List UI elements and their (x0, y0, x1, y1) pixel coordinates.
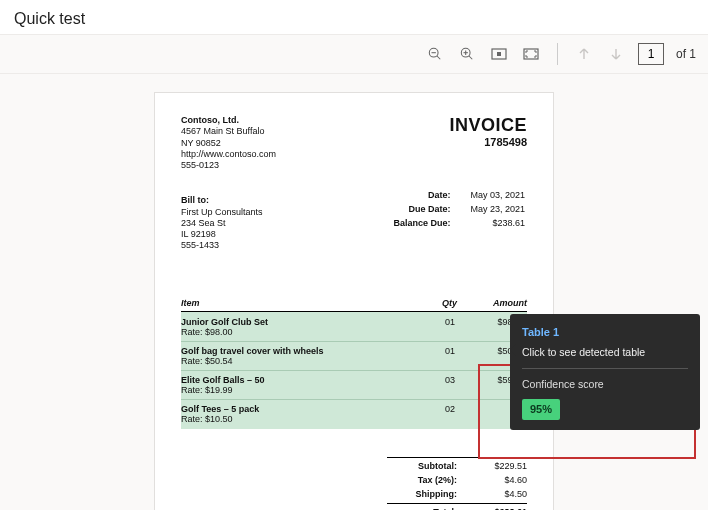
sender-phone: 555-0123 (181, 160, 527, 171)
subtotal-value: $229.51 (457, 457, 527, 471)
tax-label: Tax (2%): (387, 475, 457, 485)
svg-line-4 (469, 56, 473, 60)
table-tooltip[interactable]: Table 1 Click to see detected table Conf… (510, 314, 700, 430)
col-item: Item (181, 298, 417, 308)
tax-value: $4.60 (457, 475, 527, 485)
fit-page-icon[interactable] (521, 44, 541, 64)
items-body[interactable]: Junior Golf Club SetRate: $98.00 01 $98.… (181, 312, 527, 429)
item-qty: 03 (415, 375, 455, 395)
invoice-title: INVOICE (449, 115, 527, 136)
item-rate: Rate: $19.99 (181, 385, 415, 395)
meta-block: Date:May 03, 2021 Due Date:May 23, 2021 … (373, 187, 527, 231)
page-title: Quick test (0, 0, 708, 34)
svg-line-1 (437, 56, 441, 60)
tooltip-confidence-label: Confidence score (522, 377, 688, 393)
item-qty: 01 (415, 346, 455, 366)
meta-balance-label: Balance Due: (375, 217, 450, 229)
item-name: Golf bag travel cover with wheels (181, 346, 415, 356)
shipping-value: $4.50 (457, 489, 527, 499)
invoice-page: Contoso, Ltd. 4567 Main St Buffalo NY 90… (154, 92, 554, 510)
toolbar: 1 of 1 (0, 34, 708, 74)
fit-width-icon[interactable] (489, 44, 509, 64)
prev-page-icon[interactable] (574, 44, 594, 64)
table-row: Elite Golf Balls – 50Rate: $19.99 03 $59… (181, 371, 527, 400)
totals-block: Subtotal:$229.51 Tax (2%):$4.60 Shipping… (181, 455, 527, 511)
items-table[interactable]: Item Qty Amount Junior Golf Club SetRate… (181, 298, 527, 429)
col-amount: Amount (457, 298, 527, 308)
item-rate: Rate: $50.54 (181, 356, 415, 366)
svg-rect-8 (497, 52, 501, 56)
shipping-label: Shipping: (387, 489, 457, 499)
table-row: Junior Golf Club SetRate: $98.00 01 $98.… (181, 313, 527, 342)
item-rate: Rate: $10.50 (181, 414, 415, 424)
col-qty: Qty (417, 298, 457, 308)
page-of-label: of 1 (676, 47, 696, 61)
item-qty: 01 (415, 317, 455, 337)
invoice-number: 1785498 (449, 136, 527, 148)
sender-url: http://www.contoso.com (181, 149, 527, 160)
total-label: Total: (387, 503, 457, 511)
item-name: Golf Tees – 5 pack (181, 404, 415, 414)
zoom-in-icon[interactable] (457, 44, 477, 64)
tooltip-table-name[interactable]: Table 1 (522, 324, 688, 341)
meta-due-label: Due Date: (375, 203, 450, 215)
zoom-out-icon[interactable] (425, 44, 445, 64)
meta-date-label: Date: (375, 189, 450, 201)
document-viewport: Contoso, Ltd. 4567 Main St Buffalo NY 90… (0, 74, 708, 510)
table-row: Golf Tees – 5 packRate: $10.50 02 $21 (181, 400, 527, 428)
item-name: Junior Golf Club Set (181, 317, 415, 327)
tooltip-confidence-value: 95% (522, 399, 560, 420)
toolbar-separator (557, 43, 558, 65)
billto-phone: 555-1433 (181, 240, 527, 251)
table-row: Golf bag travel cover with wheelsRate: $… (181, 342, 527, 371)
page-input[interactable]: 1 (638, 43, 664, 65)
meta-due-value: May 23, 2021 (452, 203, 525, 215)
meta-balance-value: $238.61 (452, 217, 525, 229)
invoice-head: INVOICE 1785498 (449, 115, 527, 148)
total-value: $238.61 (457, 503, 527, 511)
item-rate: Rate: $98.00 (181, 327, 415, 337)
meta-date-value: May 03, 2021 (452, 189, 525, 201)
subtotal-label: Subtotal: (387, 457, 457, 471)
item-name: Elite Golf Balls – 50 (181, 375, 415, 385)
next-page-icon[interactable] (606, 44, 626, 64)
items-header-row: Item Qty Amount (181, 298, 527, 312)
tooltip-hint: Click to see detected table (522, 345, 688, 370)
item-qty: 02 (415, 404, 455, 424)
